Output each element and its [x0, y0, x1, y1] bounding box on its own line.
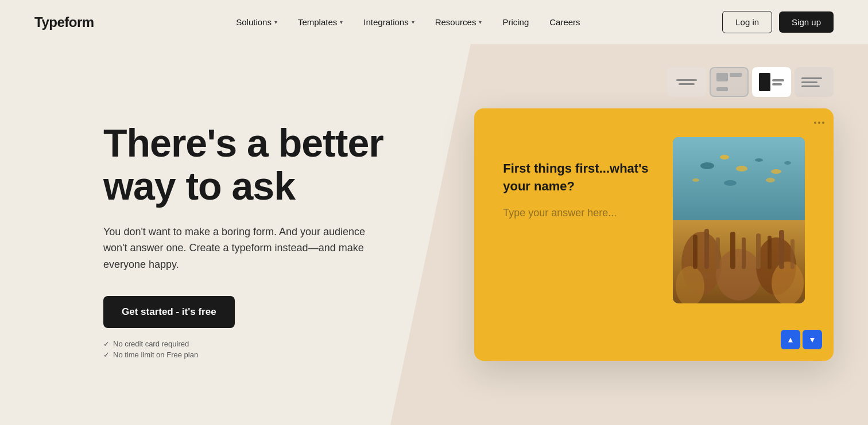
chevron-down-icon: ▾ — [274, 19, 277, 25]
nav-item-careers[interactable]: Careers — [549, 17, 580, 27]
theme-classic-button[interactable] — [667, 67, 706, 97]
hero-right: First things first...what's your name? T… — [451, 44, 868, 425]
theme-line — [801, 77, 822, 79]
theme-split-button[interactable] — [710, 67, 749, 97]
grid-cell-line — [772, 83, 781, 85]
svg-point-6 — [720, 155, 729, 159]
nav-actions: Log in Sign up — [722, 11, 834, 33]
svg-rect-24 — [756, 233, 761, 269]
theme-line — [676, 79, 697, 81]
grid-cell — [716, 87, 728, 91]
svg-point-11 — [724, 180, 737, 186]
grid-cell — [716, 73, 728, 81]
svg-point-12 — [766, 178, 775, 182]
nav-item-pricing[interactable]: Pricing — [502, 17, 529, 27]
cta-button[interactable]: Get started - it's free — [103, 296, 235, 328]
svg-rect-25 — [768, 236, 772, 269]
svg-point-5 — [700, 162, 714, 169]
form-question: First things first...what's your name? — [503, 160, 650, 196]
nav-item-templates[interactable]: Templates ▾ — [298, 17, 343, 27]
svg-rect-23 — [742, 237, 746, 269]
hero-title: There's a better way to ask — [103, 122, 417, 208]
chevron-down-icon: ▾ — [340, 19, 343, 25]
form-image — [673, 137, 805, 303]
theme-switcher — [667, 67, 834, 97]
main-content: There's a better way to ask You don't wa… — [0, 44, 868, 425]
grid-cell-line — [772, 79, 784, 81]
svg-rect-3 — [673, 137, 805, 232]
theme-minimal-button[interactable] — [795, 67, 834, 97]
trust-item-1: ✓ No credit card required — [103, 340, 417, 348]
grid-cell — [730, 73, 742, 77]
card-prev-button[interactable]: ▲ — [781, 330, 800, 349]
svg-rect-21 — [716, 237, 720, 269]
svg-rect-22 — [730, 232, 735, 269]
header: Typeform Solutions ▾ Templates ▾ Integra… — [0, 0, 868, 44]
main-nav: Solutions ▾ Templates ▾ Integrations ▾ R… — [236, 17, 580, 27]
svg-rect-27 — [790, 239, 795, 269]
form-question-area: First things first...what's your name? T… — [503, 137, 650, 219]
svg-point-13 — [784, 161, 791, 165]
logo[interactable]: Typeform — [34, 14, 94, 30]
form-card: First things first...what's your name? T… — [474, 108, 834, 361]
card-nav: ▲ ▼ — [781, 330, 822, 349]
svg-point-9 — [771, 169, 781, 174]
dot-icon — [822, 122, 824, 124]
chevron-down-icon: ▾ — [412, 19, 414, 25]
svg-point-15 — [716, 249, 762, 301]
svg-point-10 — [692, 178, 699, 182]
svg-point-18 — [772, 262, 804, 303]
trust-items: ✓ No credit card required ✓ No time limi… — [103, 340, 417, 359]
theme-line — [679, 83, 695, 85]
svg-point-8 — [755, 158, 763, 162]
check-icon: ✓ — [103, 340, 110, 348]
form-card-inner: First things first...what's your name? T… — [474, 108, 834, 361]
chevron-down-icon: ▾ — [479, 19, 482, 25]
nav-item-solutions[interactable]: Solutions ▾ — [236, 17, 277, 27]
theme-line — [801, 81, 817, 83]
theme-line — [801, 85, 820, 87]
svg-rect-19 — [693, 235, 698, 269]
theme-dark-button[interactable] — [752, 67, 791, 97]
svg-rect-26 — [779, 230, 784, 269]
nav-item-resources[interactable]: Resources ▾ — [435, 17, 482, 27]
svg-rect-20 — [704, 229, 709, 269]
check-icon: ✓ — [103, 350, 110, 359]
card-next-button[interactable]: ▼ — [803, 330, 822, 349]
expand-icon[interactable] — [814, 118, 824, 128]
login-button[interactable]: Log in — [722, 11, 772, 33]
dot-icon — [814, 122, 816, 124]
form-answer-placeholder[interactable]: Type your answer here... — [503, 207, 650, 219]
signup-button[interactable]: Sign up — [779, 11, 834, 33]
grid-cell-dark — [759, 73, 771, 91]
svg-point-7 — [736, 166, 747, 171]
hero-left: There's a better way to ask You don't wa… — [0, 44, 451, 425]
hero-subtitle: You don't want to make a boring form. An… — [103, 224, 379, 273]
trust-item-2: ✓ No time limit on Free plan — [103, 350, 417, 359]
dot-icon — [818, 122, 820, 124]
nav-item-integrations[interactable]: Integrations ▾ — [363, 17, 414, 27]
